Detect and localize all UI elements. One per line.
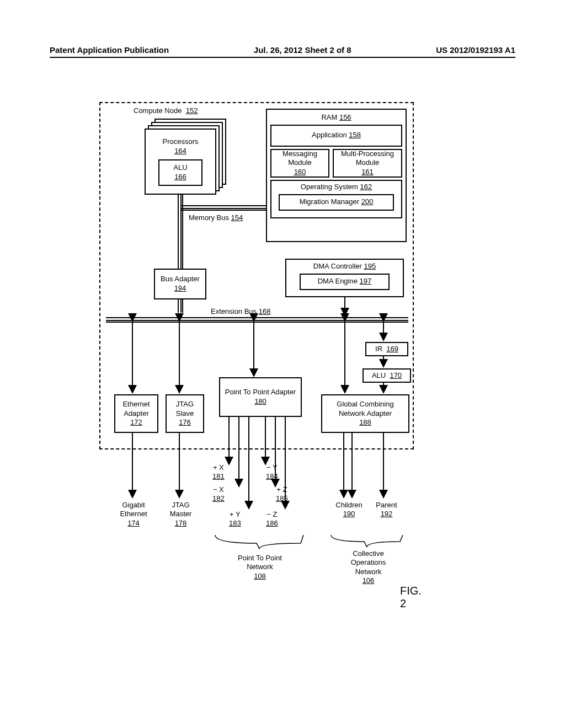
header-center: Jul. 26, 2012 Sheet 2 of 8: [254, 45, 351, 55]
alu-inner-box: ALU 166: [158, 159, 202, 186]
dir-px: + X181: [212, 463, 225, 481]
dir-nz: − Z186: [266, 510, 278, 528]
memory-bus-h: [181, 205, 266, 211]
ir-box: IR 169: [365, 342, 408, 356]
collective-network-label: Collective Operations Network106: [342, 549, 395, 585]
gigabit-label: Gigabit Ethernet174: [117, 501, 150, 528]
header-right: US 2012/0192193 A1: [436, 45, 515, 55]
memory-bus-label: Memory Bus 154: [189, 213, 243, 222]
header-left: Patent Application Publication: [50, 45, 169, 55]
multiprocessing-module-box: Multi-Processing Module 161: [333, 149, 402, 178]
processors-box: Processors 164 ALU 166: [145, 129, 216, 195]
extension-bus-label: Extension Bus 168: [211, 307, 270, 316]
dir-ny: − Y184: [266, 463, 278, 481]
page-header: Patent Application Publication Jul. 26, …: [50, 45, 515, 58]
dma-engine-box: DMA Engine 197: [300, 274, 389, 290]
os-box: Operating System 162 Migration Manager 2…: [270, 180, 402, 218]
dir-py: + Y183: [229, 510, 241, 528]
p2p-adapter-box: Point To Point Adapter 180: [219, 377, 302, 417]
compute-node-box: Compute Node 152 Processors 164 ALU 166 …: [99, 102, 414, 449]
jtag-slave-box: JTAG Slave 176: [166, 394, 204, 433]
children-label: Children190: [331, 501, 367, 519]
application-box: Application 158: [270, 125, 402, 147]
dma-controller-box: DMA Controller 195 DMA Engine 197: [285, 259, 404, 297]
diagram: Compute Node 152 Processors 164 ALU 166 …: [83, 99, 425, 651]
figure-label: FIG. 2: [400, 585, 425, 610]
p2p-network-label: Point To Point Network108: [230, 554, 290, 581]
dir-nx: − X182: [212, 485, 225, 504]
migration-manager-box: Migration Manager 200: [279, 194, 394, 211]
gc-adapter-box: Global Combining Network Adapter 188: [321, 394, 409, 433]
messaging-module-box: Messaging Module 160: [270, 149, 329, 178]
ethernet-adapter-box: Ethernet Adapter 172: [114, 394, 158, 433]
extension-bus: [106, 317, 408, 323]
compute-node-label: Compute Node 152: [134, 106, 198, 115]
bus-adapter-box: Bus Adapter 194: [154, 269, 206, 299]
ram-box: RAM 156 Application 158 Messaging Module…: [266, 109, 407, 242]
alu2-box: ALU 170: [363, 368, 411, 383]
parent-label: Parent192: [371, 501, 402, 519]
dir-pz: + Z185: [276, 485, 288, 504]
jtag-master-label: JTAG Master178: [166, 501, 196, 528]
